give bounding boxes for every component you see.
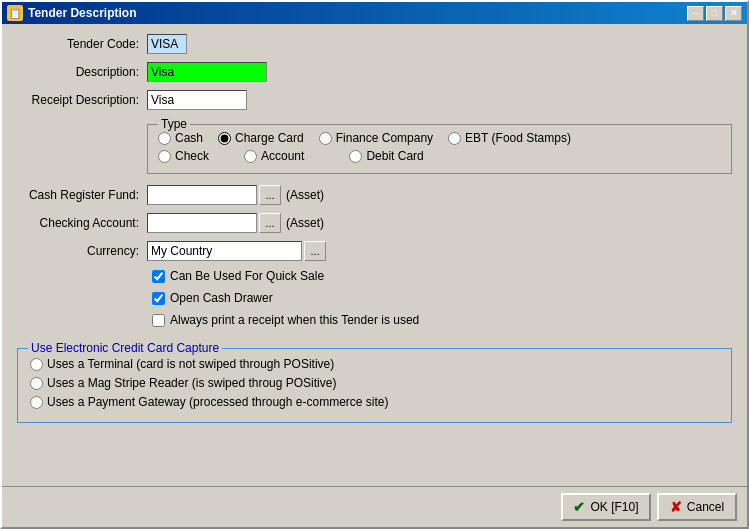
radio-debit-card-input[interactable]	[349, 150, 362, 163]
radio-check[interactable]: Check	[158, 149, 209, 163]
radio-debit-card-label: Debit Card	[366, 149, 423, 163]
maximize-button[interactable]: □	[706, 6, 723, 21]
cash-register-row: Cash Register Fund: ... (Asset)	[17, 185, 732, 205]
can-be-used-checkbox[interactable]	[152, 270, 165, 283]
radio-charge-card[interactable]: Charge Card	[218, 131, 304, 145]
radio-finance-company[interactable]: Finance Company	[319, 131, 433, 145]
radio-payment-gateway[interactable]: Uses a Payment Gateway (processed throug…	[30, 395, 388, 409]
always-print-checkbox[interactable]	[152, 314, 165, 327]
radio-cash-label: Cash	[175, 131, 203, 145]
title-bar: 📋 Tender Description ─ □ ✕	[2, 2, 747, 24]
radio-charge-card-input[interactable]	[218, 132, 231, 145]
checking-account-label: Checking Account:	[17, 216, 147, 230]
description-row: Description:	[17, 62, 732, 82]
radio-mag-stripe-input[interactable]	[30, 377, 43, 390]
ecc-legend: Use Electronic Credit Card Capture	[28, 341, 222, 355]
currency-row: Currency: ...	[17, 241, 732, 261]
receipt-description-label: Receipt Description:	[17, 93, 147, 107]
can-be-used-label: Can Be Used For Quick Sale	[170, 269, 324, 283]
window-title: Tender Description	[28, 6, 136, 20]
radio-terminal-label: Uses a Terminal (card is not swiped thro…	[47, 357, 334, 371]
ecc-group: Use Electronic Credit Card Capture Uses …	[17, 348, 732, 423]
minimize-button[interactable]: ─	[687, 6, 704, 21]
radio-finance-company-input[interactable]	[319, 132, 332, 145]
checking-account-asset: (Asset)	[286, 216, 324, 230]
close-button[interactable]: ✕	[725, 6, 742, 21]
cancel-button-label: Cancel	[687, 500, 724, 514]
tender-description-window: 📋 Tender Description ─ □ ✕ Tender Code: …	[0, 0, 749, 529]
radio-account[interactable]: Account	[244, 149, 304, 163]
ecc-mag-stripe-row: Uses a Mag Stripe Reader (is swiped thro…	[30, 376, 719, 390]
radio-check-input[interactable]	[158, 150, 171, 163]
footer: ✔ OK [F10] ✘ Cancel	[2, 486, 747, 527]
always-print-label: Always print a receipt when this Tender …	[170, 313, 419, 327]
radio-mag-stripe[interactable]: Uses a Mag Stripe Reader (is swiped thro…	[30, 376, 336, 390]
radio-charge-card-label: Charge Card	[235, 131, 304, 145]
tender-code-label: Tender Code:	[17, 37, 147, 51]
title-bar-buttons: ─ □ ✕	[687, 6, 742, 21]
window-icon: 📋	[7, 5, 23, 21]
radio-finance-company-label: Finance Company	[336, 131, 433, 145]
checking-account-row: Checking Account: ... (Asset)	[17, 213, 732, 233]
description-label: Description:	[17, 65, 147, 79]
x-icon: ✘	[670, 499, 682, 515]
can-be-used-row: Can Be Used For Quick Sale	[152, 269, 732, 283]
tender-code-row: Tender Code:	[17, 34, 732, 54]
ok-button-label: OK [F10]	[590, 500, 638, 514]
ok-button[interactable]: ✔ OK [F10]	[561, 493, 651, 521]
type-row-1: Cash Charge Card Finance Company EBT (Fo…	[158, 131, 721, 145]
radio-account-label: Account	[261, 149, 304, 163]
radio-account-input[interactable]	[244, 150, 257, 163]
description-input[interactable]	[147, 62, 267, 82]
currency-label: Currency:	[17, 244, 147, 258]
ecc-section: Use Electronic Credit Card Capture Uses …	[17, 340, 732, 431]
radio-ebt-label: EBT (Food Stamps)	[465, 131, 571, 145]
ecc-payment-gateway-row: Uses a Payment Gateway (processed throug…	[30, 395, 719, 409]
open-cash-label: Open Cash Drawer	[170, 291, 273, 305]
radio-cash-input[interactable]	[158, 132, 171, 145]
cash-register-asset: (Asset)	[286, 188, 324, 202]
radio-payment-gateway-input[interactable]	[30, 396, 43, 409]
radio-mag-stripe-label: Uses a Mag Stripe Reader (is swiped thro…	[47, 376, 336, 390]
checking-account-browse-button[interactable]: ...	[259, 213, 281, 233]
currency-browse-button[interactable]: ...	[304, 241, 326, 261]
radio-payment-gateway-label: Uses a Payment Gateway (processed throug…	[47, 395, 388, 409]
ecc-terminal-row: Uses a Terminal (card is not swiped thro…	[30, 357, 719, 371]
radio-debit-card[interactable]: Debit Card	[349, 149, 423, 163]
type-row-2: Check Account Debit Card	[158, 149, 721, 163]
cancel-button[interactable]: ✘ Cancel	[657, 493, 737, 521]
check-icon: ✔	[573, 499, 585, 515]
currency-input[interactable]	[147, 241, 302, 261]
radio-check-label: Check	[175, 149, 209, 163]
radio-cash[interactable]: Cash	[158, 131, 203, 145]
receipt-description-row: Receipt Description:	[17, 90, 732, 110]
tender-code-input[interactable]	[147, 34, 187, 54]
cash-register-browse-button[interactable]: ...	[259, 185, 281, 205]
type-legend: Type	[158, 117, 190, 131]
type-section: Type Cash Charge Card Finance Company	[147, 118, 732, 180]
receipt-description-input[interactable]	[147, 90, 247, 110]
title-bar-left: 📋 Tender Description	[7, 5, 136, 21]
open-cash-row: Open Cash Drawer	[152, 291, 732, 305]
cash-register-label: Cash Register Fund:	[17, 188, 147, 202]
radio-terminal[interactable]: Uses a Terminal (card is not swiped thro…	[30, 357, 334, 371]
radio-ebt[interactable]: EBT (Food Stamps)	[448, 131, 571, 145]
always-print-row: Always print a receipt when this Tender …	[152, 313, 732, 327]
radio-ebt-input[interactable]	[448, 132, 461, 145]
type-group: Type Cash Charge Card Finance Company	[147, 124, 732, 174]
form-content: Tender Code: Description: Receipt Descri…	[2, 24, 747, 486]
radio-terminal-input[interactable]	[30, 358, 43, 371]
open-cash-checkbox[interactable]	[152, 292, 165, 305]
cash-register-input[interactable]	[147, 185, 257, 205]
checking-account-input[interactable]	[147, 213, 257, 233]
